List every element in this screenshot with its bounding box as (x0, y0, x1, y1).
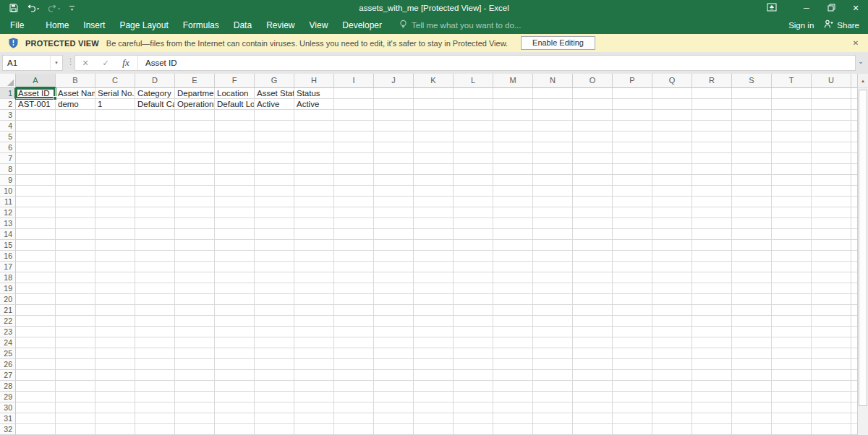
cell-L16[interactable] (454, 251, 493, 262)
cell-R1[interactable] (692, 88, 732, 99)
cell-B6[interactable] (56, 142, 95, 153)
cell-M14[interactable] (493, 229, 533, 240)
cell-A30[interactable] (16, 402, 56, 413)
cell-U7[interactable] (812, 153, 851, 164)
cell-N32[interactable] (533, 424, 573, 435)
cell-G4[interactable] (255, 121, 294, 132)
cell-S7[interactable] (732, 153, 772, 164)
cell-L17[interactable] (454, 262, 493, 272)
cell-S16[interactable] (732, 251, 772, 262)
cell-F18[interactable] (215, 272, 255, 283)
cell-D2[interactable]: Default Category (135, 99, 175, 110)
undo-dropdown-icon[interactable]: ▾ (37, 6, 39, 11)
scrollbar-thumb[interactable] (859, 90, 867, 406)
cell-R4[interactable] (692, 121, 732, 132)
cell-H11[interactable] (294, 197, 334, 207)
cell-M12[interactable] (493, 207, 533, 218)
cell-B14[interactable] (56, 229, 95, 240)
cell-I19[interactable] (334, 283, 374, 294)
cell-R28[interactable] (692, 381, 732, 392)
cell-N29[interactable] (533, 392, 573, 402)
cell-G8[interactable] (255, 164, 294, 175)
column-header-C[interactable]: C (95, 74, 135, 88)
cell-E18[interactable] (175, 272, 215, 283)
cell-I17[interactable] (334, 262, 374, 272)
cell-C19[interactable] (95, 283, 135, 294)
column-header-R[interactable]: R (692, 74, 732, 88)
cell-G15[interactable] (255, 240, 294, 251)
cell-D7[interactable] (135, 153, 175, 164)
cell-A25[interactable] (16, 348, 56, 359)
cell-S8[interactable] (732, 164, 772, 175)
cell-B27[interactable] (56, 370, 95, 381)
cell-M13[interactable] (493, 218, 533, 229)
cell-N19[interactable] (533, 283, 573, 294)
cell-K19[interactable] (414, 283, 454, 294)
cell-T2[interactable] (772, 99, 812, 110)
cell-U16[interactable] (812, 251, 851, 262)
cell-A17[interactable] (16, 262, 56, 272)
select-all-corner[interactable] (0, 74, 16, 88)
cell-Q31[interactable] (652, 413, 692, 424)
cell-M10[interactable] (493, 186, 533, 197)
cell-C10[interactable] (95, 186, 135, 197)
cell-T29[interactable] (772, 392, 812, 402)
cell-A1[interactable]: Asset ID (16, 88, 56, 99)
cell-P19[interactable] (613, 283, 652, 294)
cell-T19[interactable] (772, 283, 812, 294)
cell-M17[interactable] (493, 262, 533, 272)
cell-G5[interactable] (255, 132, 294, 142)
cell-Q32[interactable] (652, 424, 692, 435)
cell-O20[interactable] (573, 294, 613, 305)
cell-S12[interactable] (732, 207, 772, 218)
cell-I5[interactable] (334, 132, 374, 142)
cell-O27[interactable] (573, 370, 613, 381)
row-header-26[interactable]: 26 (0, 359, 16, 370)
row-header-18[interactable]: 18 (0, 272, 16, 283)
minimize-button[interactable]: ─ (794, 0, 819, 16)
cell-D9[interactable] (135, 175, 175, 186)
cell-O32[interactable] (573, 424, 613, 435)
cell-R14[interactable] (692, 229, 732, 240)
fill-handle[interactable] (53, 96, 57, 100)
customize-quick-access-button[interactable]: ▾ (65, 6, 79, 11)
cell-D23[interactable] (135, 327, 175, 337)
cell-P15[interactable] (613, 240, 652, 251)
cell-T11[interactable] (772, 197, 812, 207)
cell-U24[interactable] (812, 337, 851, 348)
cell-U27[interactable] (812, 370, 851, 381)
cell-Q14[interactable] (652, 229, 692, 240)
cell-J5[interactable] (374, 132, 414, 142)
cell-I24[interactable] (334, 337, 374, 348)
cell-F12[interactable] (215, 207, 255, 218)
cell-F25[interactable] (215, 348, 255, 359)
cell-N7[interactable] (533, 153, 573, 164)
cell-E21[interactable] (175, 305, 215, 316)
cell-A28[interactable] (16, 381, 56, 392)
cell-K17[interactable] (414, 262, 454, 272)
cell-I20[interactable] (334, 294, 374, 305)
cell-M19[interactable] (493, 283, 533, 294)
cell-U4[interactable] (812, 121, 851, 132)
cell-N17[interactable] (533, 262, 573, 272)
cell-P31[interactable] (613, 413, 652, 424)
cell-T21[interactable] (772, 305, 812, 316)
cell-S18[interactable] (732, 272, 772, 283)
cell-C21[interactable] (95, 305, 135, 316)
cell-R24[interactable] (692, 337, 732, 348)
cell-T24[interactable] (772, 337, 812, 348)
cell-M2[interactable] (493, 99, 533, 110)
cell-I3[interactable] (334, 110, 374, 121)
tab-page-layout[interactable]: Page Layout (112, 16, 175, 34)
cell-B12[interactable] (56, 207, 95, 218)
cell-U10[interactable] (812, 186, 851, 197)
cell-N25[interactable] (533, 348, 573, 359)
cell-B21[interactable] (56, 305, 95, 316)
cell-J18[interactable] (374, 272, 414, 283)
cell-Q1[interactable] (652, 88, 692, 99)
cell-B8[interactable] (56, 164, 95, 175)
cell-L10[interactable] (454, 186, 493, 197)
cell-H6[interactable] (294, 142, 334, 153)
cell-P4[interactable] (613, 121, 652, 132)
cell-R6[interactable] (692, 142, 732, 153)
